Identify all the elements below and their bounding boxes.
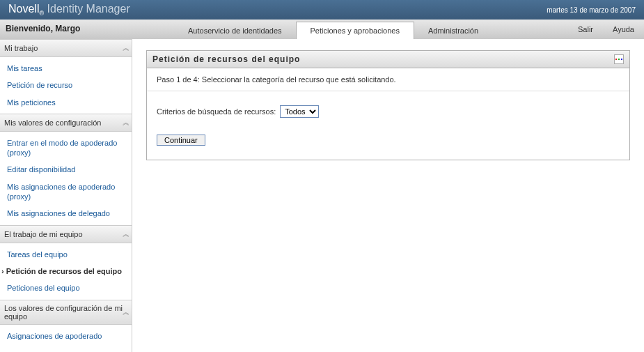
sidebar-section-body: Entrar en el modo de apoderado (proxy) E… bbox=[0, 132, 132, 225]
top-links: Salir Ayuda bbox=[568, 20, 644, 39]
sidebar-item-asignaciones-delegado[interactable]: Mis asignaciones de delegado bbox=[0, 205, 132, 222]
brand-name: Novell bbox=[8, 3, 39, 15]
continue-button[interactable]: Continuar bbox=[157, 135, 205, 146]
criteria-label: Criterios de búsqueda de recursos: bbox=[157, 107, 276, 116]
collapse-icon: ︽ bbox=[123, 229, 127, 239]
logout-link[interactable]: Salir bbox=[568, 21, 603, 38]
sidebar-section-valores-equipo[interactable]: Los valores de configuración de mi equip… bbox=[0, 300, 132, 325]
sidebar-section-body: Mis tareas Petición de recurso Mis petic… bbox=[0, 57, 132, 114]
main-area: Mi trabajo ︽ Mis tareas Petición de recu… bbox=[0, 39, 644, 352]
content-area: Petición de recursos del equipo Paso 1 d… bbox=[132, 39, 644, 352]
sidebar-section-mis-valores[interactable]: Mis valores de configuración ︽ bbox=[0, 114, 132, 132]
subheader: Bienvenido, Margo Autoservicio de identi… bbox=[0, 20, 644, 39]
sidebar-section-title: Los valores de configuración de mi equip… bbox=[4, 304, 123, 321]
sidebar-item-asignaciones-apoderado[interactable]: Asignaciones de apoderado bbox=[0, 328, 132, 344]
sidebar-item-proxy-mode[interactable]: Entrar en el modo de apoderado (proxy) bbox=[0, 135, 132, 162]
help-link[interactable]: Ayuda bbox=[603, 21, 644, 38]
app-header: Novell® Identity Manager martes 13 de ma… bbox=[0, 0, 644, 20]
sidebar: Mi trabajo ︽ Mis tareas Petición de recu… bbox=[0, 39, 132, 352]
collapse-icon: ︽ bbox=[123, 43, 127, 53]
tab-autoservicio[interactable]: Autoservicio de identidades bbox=[174, 22, 296, 39]
brand-product: Identity Manager bbox=[47, 3, 130, 15]
welcome-text: Bienvenido, Margo bbox=[0, 20, 174, 39]
sidebar-item-asignaciones-proxy[interactable]: Mis asignaciones de apoderado (proxy) bbox=[0, 178, 132, 206]
brand: Novell® Identity Manager bbox=[8, 3, 130, 17]
sidebar-item-peticion-recurso[interactable]: Petición de recurso bbox=[0, 77, 132, 93]
sidebar-section-title: El trabajo de mi equipo bbox=[4, 230, 83, 238]
panel-settings-icon[interactable] bbox=[614, 54, 624, 64]
sidebar-section-trabajo-equipo[interactable]: El trabajo de mi equipo ︽ bbox=[0, 225, 132, 243]
step-text: Paso 1 de 4: Seleccionar la categoría de… bbox=[147, 68, 629, 91]
sidebar-item-mis-peticiones[interactable]: Mis peticiones bbox=[0, 94, 132, 111]
sidebar-section-title: Mi trabajo bbox=[4, 44, 38, 52]
tab-administracion[interactable]: Administración bbox=[414, 22, 492, 39]
sidebar-item-mis-tareas[interactable]: Mis tareas bbox=[0, 60, 132, 77]
collapse-icon: ︽ bbox=[123, 118, 127, 128]
sidebar-section-body: Tareas del equipo Petición de recursos d… bbox=[0, 243, 132, 300]
panel-header: Petición de recursos del equipo bbox=[147, 51, 629, 68]
sidebar-item-peticiones-equipo[interactable]: Peticiones del equipo bbox=[0, 280, 132, 296]
collapse-icon: ︽ bbox=[123, 307, 127, 317]
resource-criteria-select[interactable]: Todos bbox=[280, 105, 319, 118]
main-tabs: Autoservicio de identidades Peticiones y… bbox=[174, 20, 568, 39]
sidebar-item-peticion-recursos-equipo[interactable]: Petición de recursos del equipo bbox=[0, 263, 132, 280]
sidebar-item-tareas-equipo[interactable]: Tareas del equipo bbox=[0, 246, 132, 263]
criteria-row: Criterios de búsqueda de recursos: Todos bbox=[157, 105, 620, 118]
sidebar-item-editar-disponibilidad[interactable]: Editar disponibilidad bbox=[0, 161, 132, 178]
panel-title: Petición de recursos del equipo bbox=[152, 54, 300, 64]
brand-registered: ® bbox=[39, 10, 44, 17]
sidebar-section-title: Mis valores de configuración bbox=[4, 118, 101, 127]
tab-peticiones[interactable]: Peticiones y aprobaciones bbox=[296, 22, 414, 39]
sidebar-section-body: Asignaciones de apoderado bbox=[0, 325, 132, 347]
header-date: martes 13 de marzo de 2007 bbox=[547, 6, 636, 14]
sidebar-section-mi-trabajo[interactable]: Mi trabajo ︽ bbox=[0, 39, 132, 57]
main-panel: Petición de recursos del equipo Paso 1 d… bbox=[146, 50, 630, 160]
panel-body: Criterios de búsqueda de recursos: Todos… bbox=[147, 91, 629, 160]
